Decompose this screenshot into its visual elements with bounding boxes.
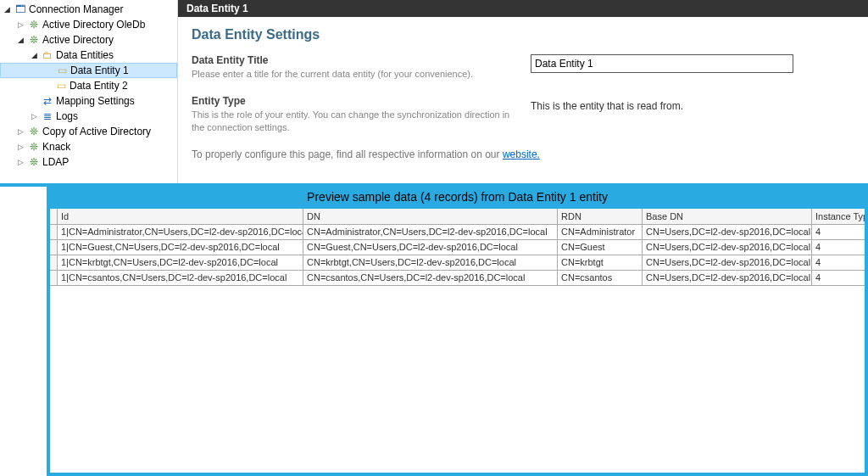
- expander-icon[interactable]: ▷: [15, 142, 25, 152]
- tree-item[interactable]: ▷❊LDAP: [0, 154, 177, 170]
- tree-item-label: Data Entities: [56, 49, 114, 61]
- type-value: This is the entity that is read from.: [531, 95, 683, 112]
- tree-icon: ▭: [55, 64, 69, 77]
- cell[interactable]: CN=Administrator,CN=Users,DC=l2-dev-sp20…: [303, 224, 558, 239]
- cell[interactable]: CN=Users,DC=l2-dev-sp2016,DC=local: [643, 239, 812, 255]
- cell[interactable]: CN=krbtgt: [558, 255, 643, 270]
- cell[interactable]: 1|CN=krbtgt,CN=Users,DC=l2-dev-sp2016,DC…: [58, 255, 303, 270]
- cell[interactable]: 4: [812, 255, 865, 270]
- row-header-cell: [50, 239, 58, 255]
- info-line: To properly configure this page, find al…: [192, 148, 854, 160]
- expander-icon[interactable]: ▷: [15, 157, 25, 167]
- type-desc: This is the role of your entity. You can…: [192, 109, 522, 133]
- tree-icon: ❊: [27, 33, 41, 47]
- expander-icon[interactable]: [42, 81, 53, 91]
- cell[interactable]: 1|CN=Administrator,CN=Users,DC=l2-dev-sp…: [58, 224, 303, 239]
- expander-icon[interactable]: ▷: [15, 20, 25, 30]
- column-header[interactable]: Base DN: [643, 209, 812, 224]
- column-header[interactable]: Id: [58, 209, 303, 224]
- tab-label: Data Entity 1: [186, 3, 248, 14]
- tree-item[interactable]: ▷❊Copy of Active Directory: [0, 124, 177, 139]
- tree-icon: ⇄: [41, 94, 54, 108]
- info-link[interactable]: website.: [503, 148, 540, 160]
- cell[interactable]: CN=Users,DC=l2-dev-sp2016,DC=local: [643, 255, 812, 270]
- cell[interactable]: CN=krbtgt,CN=Users,DC=l2-dev-sp2016,DC=l…: [303, 255, 558, 270]
- cell[interactable]: CN=csantos,CN=Users,DC=l2-dev-sp2016,DC=…: [303, 270, 558, 285]
- tree-icon: ▭: [54, 79, 68, 92]
- column-header[interactable]: DN: [303, 209, 558, 224]
- type-label: Entity Type: [192, 95, 522, 107]
- cell[interactable]: CN=Users,DC=l2-dev-sp2016,DC=local: [643, 224, 812, 239]
- cell[interactable]: 4: [812, 270, 865, 285]
- tree-item-label: Logs: [56, 110, 78, 122]
- tree-item[interactable]: ⇄Mapping Settings: [0, 93, 177, 109]
- cell[interactable]: 1|CN=csantos,CN=Users,DC=l2-dev-sp2016,D…: [58, 270, 303, 285]
- cell[interactable]: CN=Users,DC=l2-dev-sp2016,DC=local: [643, 270, 812, 285]
- expander-icon[interactable]: ◢: [29, 50, 39, 60]
- tree-item-label: Data Entity 1: [70, 64, 129, 76]
- main-panel: Data Entity 1 Data Entity Settings Data …: [178, 0, 868, 183]
- tree-icon: 🗀: [41, 48, 54, 62]
- tree-icon: ❊: [27, 125, 41, 138]
- title-field-row: Data Entity Title Please enter a title f…: [192, 54, 854, 80]
- expander-icon[interactable]: [43, 65, 53, 76]
- cell[interactable]: CN=Guest,CN=Users,DC=l2-dev-sp2016,DC=lo…: [303, 239, 558, 255]
- tree-icon: ≣: [41, 109, 54, 123]
- tree-item-label: Knack: [42, 141, 70, 153]
- tree-item-label: Active Directory OleDb: [42, 19, 145, 31]
- title-input[interactable]: [531, 54, 793, 73]
- tree-item[interactable]: ▷❊Knack: [0, 139, 177, 154]
- tab-bar: Data Entity 1: [178, 0, 868, 17]
- tree-icon: ❊: [27, 155, 41, 169]
- title-label: Data Entity Title: [192, 54, 522, 66]
- preview-panel: Preview sample data (4 records) from Dat…: [47, 187, 868, 476]
- title-desc: Please enter a title for the current dat…: [192, 68, 522, 80]
- expander-icon[interactable]: [29, 96, 39, 106]
- expander-icon[interactable]: ◢: [2, 4, 12, 14]
- type-field-row: Entity Type This is the role of your ent…: [192, 95, 854, 133]
- preview-grid: IdDNRDNBase DNInstance TypeNTS 1|CN=Admi…: [50, 209, 865, 286]
- cell[interactable]: CN=csantos: [558, 270, 643, 285]
- cell[interactable]: CN=Administrator: [558, 224, 643, 239]
- preview-header: Preview sample data (4 records) from Dat…: [50, 187, 865, 209]
- row-header-cell: [50, 224, 58, 239]
- table-row[interactable]: 1|CN=csantos,CN=Users,DC=l2-dev-sp2016,D…: [50, 270, 865, 285]
- cell[interactable]: 1|CN=Guest,CN=Users,DC=l2-dev-sp2016,DC=…: [58, 239, 303, 255]
- tree-root-label: Connection Manager: [29, 3, 123, 15]
- connection-manager-icon: 🗔: [14, 3, 27, 16]
- tree-item[interactable]: ▭Data Entity 2: [0, 78, 177, 93]
- column-header[interactable]: RDN: [558, 209, 643, 224]
- row-header-cell: [50, 255, 58, 270]
- tree-item-label: Copy of Active Directory: [42, 126, 151, 137]
- tree-item-label: Active Directory: [42, 34, 114, 46]
- cell[interactable]: 4: [812, 224, 865, 239]
- tree-icon: ❊: [27, 18, 41, 31]
- row-header-cell: [50, 270, 58, 285]
- tree-root[interactable]: ◢ 🗔 Connection Manager: [0, 2, 177, 17]
- expander-icon[interactable]: ◢: [15, 35, 25, 45]
- table-row[interactable]: 1|CN=krbtgt,CN=Users,DC=l2-dev-sp2016,DC…: [50, 255, 865, 270]
- tree-item-label: Mapping Settings: [56, 95, 135, 107]
- tree-item-label: LDAP: [42, 156, 69, 168]
- table-row[interactable]: 1|CN=Guest,CN=Users,DC=l2-dev-sp2016,DC=…: [50, 239, 865, 255]
- tree-item[interactable]: ▷≣Logs: [0, 109, 177, 124]
- expander-icon[interactable]: ▷: [29, 111, 39, 121]
- row-header-corner: [50, 209, 58, 224]
- expander-icon[interactable]: ▷: [15, 126, 25, 137]
- table-row[interactable]: 1|CN=Administrator,CN=Users,DC=l2-dev-sp…: [50, 224, 865, 239]
- tree-item[interactable]: ▭Data Entity 1: [0, 63, 177, 78]
- tree-item[interactable]: ▷❊Active Directory OleDb: [0, 17, 177, 32]
- cell[interactable]: CN=Guest: [558, 239, 643, 255]
- cell[interactable]: 4: [812, 239, 865, 255]
- tree-item-label: Data Entity 2: [70, 80, 128, 92]
- tree-panel: ◢ 🗔 Connection Manager ▷❊Active Director…: [0, 0, 178, 183]
- tree-item[interactable]: ◢❊Active Directory: [0, 32, 177, 48]
- tree-icon: ❊: [27, 140, 41, 154]
- info-prefix: To properly configure this page, find al…: [192, 148, 503, 160]
- tree-item[interactable]: ◢🗀Data Entities: [0, 48, 177, 63]
- column-header[interactable]: Instance Type: [812, 209, 865, 224]
- page-title: Data Entity Settings: [192, 27, 854, 42]
